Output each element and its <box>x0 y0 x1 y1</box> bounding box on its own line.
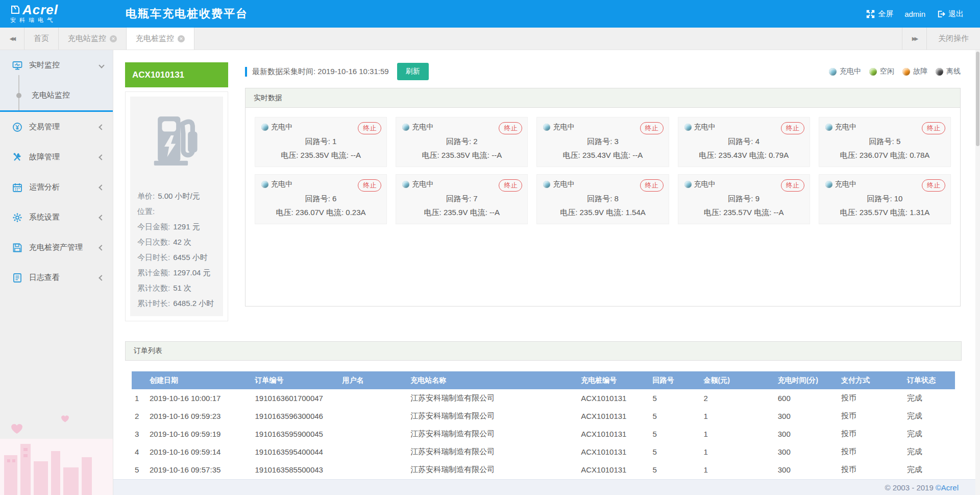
sidebar-item-label: 交易管理 <box>29 122 100 132</box>
sidebar-item-operation-analysis[interactable]: 运营分析 <box>0 172 113 202</box>
refresh-button[interactable]: 刷新 <box>397 63 429 80</box>
circuit-number-value: 5 <box>896 137 900 146</box>
circuit-number-value: 6 <box>332 194 336 203</box>
cell-circuit-no: 5 <box>650 447 701 456</box>
tab-close-icon[interactable]: ✕ <box>110 35 117 42</box>
copyright-text: © 2003 - 2019 <box>885 483 933 492</box>
circuit-number-value: 4 <box>755 137 760 146</box>
terminate-button[interactable]: 终止 <box>781 179 804 192</box>
order-row[interactable]: 2 2019-10-16 09:59:23 1910163596300046 江… <box>132 407 955 425</box>
tab-close-icon[interactable]: ✕ <box>178 35 185 42</box>
orders-table-header: 创建日期 订单编号 用户名 充电站名称 充电桩编号 回路号 金额(元) 充电时间… <box>132 371 955 389</box>
terminate-button[interactable]: 终止 <box>640 122 664 134</box>
terminate-button[interactable]: 终止 <box>922 179 945 192</box>
circuit-grid: 充电中 终止 回路号: 1 电压: 235.35V 电流: <box>246 108 960 233</box>
circuit-measurements-row: 电压: 236.07V 电流: 0.78A <box>825 151 944 160</box>
circuit-number-value: 2 <box>473 137 477 146</box>
tab-pile-monitor[interactable]: 充电桩监控 ✕ <box>127 28 194 50</box>
vertical-scrollbar[interactable] <box>975 50 980 495</box>
tab-home[interactable]: 首页 <box>24 28 59 50</box>
circuit-card: 充电中 终止 回路号: 10 电压: 235.57V 电流: <box>819 174 951 224</box>
tab-label: 首页 <box>34 34 49 43</box>
scrollbar-thumb[interactable] <box>976 52 979 146</box>
tabs-scroll-left-button[interactable]: ◀◀ <box>0 28 24 50</box>
sidebar-item-realtime-monitor[interactable]: 实时监控 <box>0 50 113 80</box>
cell-create-date: 2019-10-16 09:59:19 <box>146 430 252 438</box>
fullscreen-button[interactable]: 全屏 <box>863 9 896 19</box>
stat-value: 6455 小时 <box>173 250 208 265</box>
sidebar-item-faults[interactable]: 故障管理 <box>0 142 113 172</box>
acrel-logo-mark <box>10 5 20 15</box>
sidebar-item-station-monitor[interactable]: 充电站监控 <box>0 80 113 110</box>
collect-time-text: 最新数据采集时间: 2019-10-16 10:31:59 <box>252 67 389 77</box>
circuit-status-label: 充电中 <box>835 180 856 189</box>
order-row[interactable]: 5 2019-10-16 09:57:35 1910163585500043 江… <box>132 461 955 479</box>
circuit-status-label: 充电中 <box>271 180 292 189</box>
terminate-button[interactable]: 终止 <box>922 122 945 134</box>
current-value: 0.79A <box>769 151 789 159</box>
logout-button[interactable]: 退出 <box>934 9 967 19</box>
current-label: 电流: <box>470 208 487 217</box>
terminate-button[interactable]: 终止 <box>499 122 522 134</box>
tab-station-monitor[interactable]: 充电站监控 ✕ <box>59 28 127 50</box>
circuit-card: 充电中 终止 回路号: 6 电压: 236.07V 电流: <box>255 174 387 224</box>
current-value: 1.54A <box>626 208 646 217</box>
circuit-number-label: 回路号: <box>867 194 892 203</box>
cell-charge-minutes: 300 <box>775 447 838 456</box>
order-row[interactable]: 3 2019-10-16 09:59:19 1910163595900045 江… <box>132 425 955 443</box>
voltage-label: 电压: <box>840 151 857 159</box>
terminate-button[interactable]: 终止 <box>358 179 381 192</box>
charging-status-dot <box>825 181 832 188</box>
cell-create-date: 2019-10-16 09:57:35 <box>146 465 252 474</box>
sidebar-item-transactions[interactable]: 交易管理 <box>0 112 113 142</box>
charging-status-dot <box>261 124 268 131</box>
user-menu[interactable]: admin <box>901 10 928 18</box>
sidebar-item-system-settings[interactable]: 系统设置 <box>0 202 113 232</box>
circuit-measurements-row: 电压: 236.07V 电流: 0.23A <box>261 208 380 218</box>
cell-station-name: 江苏安科瑞制造有限公司 <box>407 429 578 439</box>
main-content: ACX1010131 <box>113 50 980 495</box>
monitor-icon <box>12 60 22 70</box>
order-row[interactable]: 1 2019-10-16 10:00:17 1910163601700047 江… <box>132 389 955 407</box>
cell-order-status: 完成 <box>904 411 955 421</box>
sidebar-item-pile-assets[interactable]: 充电桩资产管理 <box>0 232 113 263</box>
fullscreen-label: 全屏 <box>878 9 893 19</box>
sidebar-item-logs[interactable]: 日志查看 <box>0 263 113 293</box>
fault-status-dot <box>902 68 910 76</box>
cell-index: 3 <box>132 430 146 438</box>
col-pile-no: 充电桩编号 <box>578 376 649 385</box>
close-operations-button[interactable]: 关闭操作 <box>926 28 980 50</box>
chevron-left-icon <box>99 154 104 160</box>
current-label: 电流: <box>754 208 771 217</box>
voltage-value: 235.43V <box>719 151 747 159</box>
cell-circuit-no: 5 <box>650 430 701 438</box>
orders-title: 订单列表 <box>125 341 962 361</box>
collect-time-label: 最新数据采集时间: <box>252 67 315 76</box>
cell-amount: 1 <box>701 447 775 456</box>
circuit-measurements-row: 电压: 235.43V 电流: --A <box>543 151 662 160</box>
circuit-card: 充电中 终止 回路号: 4 电压: 235.43V 电流: <box>678 117 810 167</box>
terminate-button[interactable]: 终止 <box>781 122 804 134</box>
footer-brand-link[interactable]: ©Acrel <box>936 483 959 492</box>
terminate-button[interactable]: 终止 <box>358 122 381 134</box>
circuit-status-label: 充电中 <box>835 123 856 132</box>
cell-order-status: 完成 <box>904 393 955 403</box>
tabs-scroll-right-button[interactable]: ▶▶ <box>902 28 926 50</box>
circuit-status-label: 充电中 <box>553 180 574 189</box>
chevron-down-icon <box>99 62 104 68</box>
terminate-button[interactable]: 终止 <box>499 179 522 192</box>
circuit-measurements-row: 电压: 235.35V 电流: --A <box>402 151 521 160</box>
voltage-value: 236.07V <box>296 208 324 217</box>
order-row[interactable]: 4 2019-10-16 09:59:14 1910163595400044 江… <box>132 443 955 461</box>
cell-pile-no: ACX1010131 <box>578 394 649 403</box>
fullscreen-icon <box>866 10 875 18</box>
legend-label: 空闲 <box>880 67 894 76</box>
col-pay-method: 支付方式 <box>838 376 904 385</box>
circuit-number-row: 回路号: 6 <box>261 194 380 204</box>
charging-status-dot <box>543 181 550 188</box>
circuit-card: 充电中 终止 回路号: 8 电压: 235.9V 电流: <box>536 174 669 224</box>
terminate-button[interactable]: 终止 <box>640 179 664 192</box>
cell-station-name: 江苏安科瑞制造有限公司 <box>407 393 578 403</box>
voltage-label: 电压: <box>704 208 721 217</box>
circuit-measurements-row: 电压: 235.57V 电流: --A <box>684 208 803 218</box>
